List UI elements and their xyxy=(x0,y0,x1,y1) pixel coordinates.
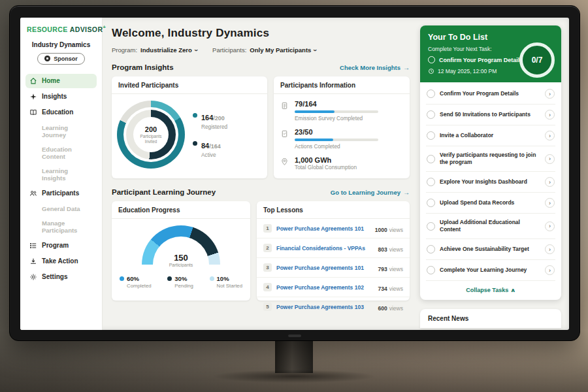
lesson-row[interactable]: 4 Power Purchase Agreements 102 734views xyxy=(257,278,410,297)
stat-emission-survey: 79/164 Emission Survey Completed xyxy=(280,100,403,122)
monitor-stand xyxy=(275,339,313,373)
insights-icon xyxy=(29,93,37,101)
lesson-link[interactable]: Power Purchase Agreements 101 xyxy=(276,225,370,232)
sponsor-label: Sponsor xyxy=(54,56,78,62)
legend-label: Completed xyxy=(127,283,152,289)
sidebar-item-program[interactable]: Program xyxy=(25,238,97,253)
stat-value: 1,000 GWh xyxy=(295,156,357,164)
chevron-right-icon[interactable]: › xyxy=(545,154,555,164)
task-label: Complete Your Learning Journey xyxy=(440,267,540,274)
chevron-right-icon[interactable]: › xyxy=(545,244,555,254)
task-row[interactable]: Complete Your Learning Journey › xyxy=(426,260,555,281)
sidebar-nav: Home Insights Education Learning Journey… xyxy=(25,74,97,284)
checkbox-icon[interactable] xyxy=(427,266,435,274)
checkbox-icon[interactable] xyxy=(427,110,435,119)
chevron-right-icon[interactable]: › xyxy=(545,221,555,231)
checkbox-icon[interactable] xyxy=(427,245,435,253)
chevron-right-icon[interactable]: › xyxy=(545,265,555,275)
todo-due-text: 12 May 2025, 12:00 PM xyxy=(438,68,497,74)
checkbox-icon[interactable] xyxy=(427,178,435,186)
sidebar-item-learning-insights[interactable]: Learning Insights xyxy=(25,164,97,185)
sidebar-item-insights[interactable]: Insights xyxy=(25,90,97,104)
invited-participants-card: Invited Participants 200 Participants In… xyxy=(112,76,267,178)
sidebar-item-education-content[interactable]: Education Content xyxy=(25,142,97,163)
todo-next-task-label: Confirm Your Program Details xyxy=(439,57,523,63)
sidebar-item-label: Insights xyxy=(42,93,67,100)
task-row[interactable]: Explore Your Insights Dashboard › xyxy=(426,172,555,193)
lesson-row[interactable]: 5 Power Purchase Agreements 103 600views xyxy=(257,297,410,316)
lesson-rank: 5 xyxy=(263,302,272,311)
check-more-insights-link[interactable]: Check More Insights → xyxy=(340,64,410,71)
checkbox-icon[interactable] xyxy=(427,131,435,140)
task-row[interactable]: Achieve One Sustainability Target › xyxy=(426,239,555,260)
sidebar-item-take-action[interactable]: Take Action xyxy=(25,254,97,269)
actions-icon xyxy=(280,129,289,150)
lesson-rank: 2 xyxy=(263,244,272,252)
checkbox-icon[interactable] xyxy=(428,56,435,63)
task-row[interactable]: Upload Additional Educational Content › xyxy=(426,214,555,239)
sidebar-item-general-data[interactable]: General Data xyxy=(25,202,97,216)
chevron-right-icon[interactable]: › xyxy=(545,131,555,140)
task-label: Achieve One Sustainability Target xyxy=(440,246,540,253)
program-select-value: Industrialize Zero › xyxy=(140,46,197,54)
sidebar: RESOURCEADVISOR+ Industry Dynamics Spons… xyxy=(20,18,103,330)
sidebar-item-manage-participants[interactable]: Manage Participants xyxy=(25,216,97,237)
task-row[interactable]: Confirm Your Program Details › xyxy=(426,84,555,105)
arrow-right-icon: → xyxy=(403,64,410,71)
todo-card: Your To Do List Complete Your Next Task:… xyxy=(420,25,561,300)
sidebar-item-label: Take Action xyxy=(42,257,78,265)
stat-label: Actions Completed xyxy=(295,143,378,150)
legend-item-active: 84/164 Active xyxy=(193,139,227,158)
lesson-link[interactable]: Power Purchase Agreements 101 xyxy=(276,265,374,271)
go-to-learning-journey-link[interactable]: Go to Learning Journey → xyxy=(331,189,410,196)
legend-dot xyxy=(120,276,124,281)
todo-header: Your To Do List Complete Your Next Task:… xyxy=(420,25,561,82)
chevron-right-icon[interactable]: › xyxy=(545,110,555,120)
task-row[interactable]: Invite a Collaborator › xyxy=(426,125,555,146)
checkbox-icon[interactable] xyxy=(427,222,435,231)
top-lessons-card: Top Lessons 1 Power Purchase Agreements … xyxy=(257,201,410,301)
sidebar-item-participants[interactable]: Participants xyxy=(25,186,97,201)
sidebar-item-settings[interactable]: Settings xyxy=(25,270,97,284)
sidebar-item-label: Settings xyxy=(42,273,67,280)
logo-text-secondary: ADVISOR xyxy=(70,25,103,33)
checkbox-icon[interactable] xyxy=(427,155,435,163)
donut-center-label: Participants Invited xyxy=(137,134,165,144)
task-label: Explore Your Insights Dashboard xyxy=(440,178,540,186)
chevron-right-icon[interactable]: › xyxy=(545,89,555,99)
sidebar-item-home[interactable]: Home xyxy=(25,74,97,88)
lesson-link[interactable]: Power Purchase Agreements 102 xyxy=(276,284,374,291)
task-row[interactable]: Verify participants requesting to join t… xyxy=(426,146,555,172)
todo-next-task[interactable]: Confirm Your Program Details xyxy=(428,56,526,63)
task-row[interactable]: Send 50 Invitations to Participants › xyxy=(426,105,555,125)
lesson-row[interactable]: 1 Power Purchase Agreements 101 1000view… xyxy=(257,219,410,238)
checkbox-icon[interactable] xyxy=(427,90,435,98)
lesson-views-count: 1000 xyxy=(375,227,387,233)
legend-value: 30% xyxy=(174,275,187,282)
lesson-row[interactable]: 3 Power Purchase Agreements 101 793views xyxy=(257,258,410,278)
legend-dot xyxy=(193,113,197,118)
program-select[interactable]: Program: Industrialize Zero › xyxy=(112,46,197,54)
participants-select[interactable]: Participants: Only My Participants › xyxy=(212,46,316,54)
program-select-label: Program: xyxy=(112,46,137,54)
stat-value: 79/164 xyxy=(295,100,378,108)
task-row[interactable]: Upload Spend Data Records › xyxy=(426,193,555,214)
checkbox-icon[interactable] xyxy=(427,199,435,207)
gauge-center-value: 150 xyxy=(142,253,220,262)
collapse-tasks-link[interactable]: Collapse Tasks∧ xyxy=(420,281,561,300)
lesson-views-unit: views xyxy=(389,227,403,233)
lesson-link[interactable]: Financial Considerations - VPPAs xyxy=(276,245,374,252)
lesson-views-count: 600 xyxy=(378,305,387,312)
recent-news-header: Recent News xyxy=(420,309,561,328)
gauge-legend: 60% Completed 30% Pending 10% Not Starte… xyxy=(112,267,250,289)
sidebar-item-education[interactable]: Education xyxy=(25,105,97,120)
todo-task-list: Confirm Your Program Details › Send 50 I… xyxy=(420,82,561,281)
chevron-right-icon[interactable]: › xyxy=(545,177,555,187)
sidebar-item-learning-journey[interactable]: Learning Journey xyxy=(25,121,97,142)
chevron-down-icon: › xyxy=(192,49,199,51)
lesson-row[interactable]: 2 Financial Considerations - VPPAs 803vi… xyxy=(257,238,410,258)
lesson-link[interactable]: Power Purchase Agreements 103 xyxy=(276,304,374,310)
chevron-right-icon[interactable]: › xyxy=(545,198,555,208)
section-title: Program Insights xyxy=(112,63,174,71)
home-icon xyxy=(29,77,37,85)
